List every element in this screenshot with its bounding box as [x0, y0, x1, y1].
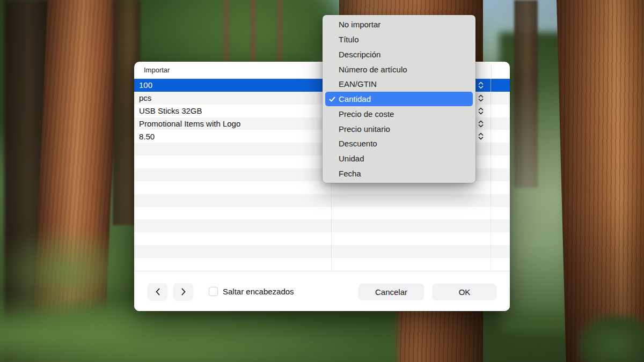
up-down-chevron-icon: [478, 106, 484, 116]
dialog-footer: Saltar encabezados Cancelar OK: [134, 271, 510, 311]
menu-item-cantidad-selected[interactable]: Cantidad: [325, 92, 473, 107]
table-row-empty: [134, 194, 510, 207]
skip-headers-label: Saltar encabezados: [223, 283, 294, 300]
menu-item-ean-gtin[interactable]: EAN/GTIN: [323, 77, 475, 92]
checkmark-icon: [328, 95, 339, 103]
value-cell: 8.50: [134, 130, 332, 143]
table-row-empty: [134, 219, 510, 232]
field-popup-button[interactable]: [478, 131, 484, 141]
menu-item-unidad[interactable]: Unidad: [323, 151, 475, 166]
menu-item-precio-unitario[interactable]: Precio unitario: [323, 121, 475, 136]
field-popup-button[interactable]: [478, 106, 484, 116]
table-row-empty: [134, 258, 510, 271]
value-cell: pcs: [134, 92, 332, 105]
up-down-chevron-icon: [478, 119, 484, 129]
menu-item-fecha[interactable]: Fecha: [323, 166, 475, 181]
table-row-empty: [134, 232, 510, 245]
previous-record-button[interactable]: [148, 283, 167, 300]
dialog-title: Importar: [144, 62, 170, 78]
menu-item-descuento[interactable]: Descuento: [323, 136, 475, 151]
menu-item-numero-de-articulo[interactable]: Número de artículo: [323, 62, 475, 77]
ok-button[interactable]: OK: [433, 284, 496, 300]
value-cell: USB Sticks 32GB: [134, 105, 332, 117]
up-down-chevron-icon: [478, 131, 484, 141]
menu-item-descripcion[interactable]: Descripción: [323, 47, 475, 62]
value-cell: 100: [134, 79, 332, 92]
menu-item-titulo[interactable]: Título: [323, 32, 475, 47]
field-popup-button[interactable]: [478, 93, 484, 103]
chevron-right-icon: [180, 287, 187, 296]
value-cell: Promotional Items with Logo: [134, 117, 332, 130]
field-dropdown-menu: No importar Título Descripción Número de…: [323, 15, 475, 183]
desktop: Importar 100 pcs: [0, 0, 644, 362]
skip-headers-checkbox[interactable]: [209, 287, 218, 296]
column-divider: [491, 65, 492, 78]
up-down-chevron-icon: [478, 80, 484, 90]
menu-item-no-importar[interactable]: No importar: [323, 17, 475, 32]
field-popup-button[interactable]: [478, 80, 484, 90]
cancel-button[interactable]: Cancelar: [358, 284, 424, 300]
table-row-empty: [134, 207, 510, 220]
chevron-left-icon: [155, 287, 161, 296]
next-record-button[interactable]: [173, 283, 193, 300]
menu-item-precio-de-coste[interactable]: Precio de coste: [323, 106, 475, 121]
table-row-empty: [134, 181, 510, 194]
field-popup-button[interactable]: [478, 119, 484, 129]
table-row-empty: [134, 245, 510, 258]
up-down-chevron-icon: [478, 93, 484, 103]
